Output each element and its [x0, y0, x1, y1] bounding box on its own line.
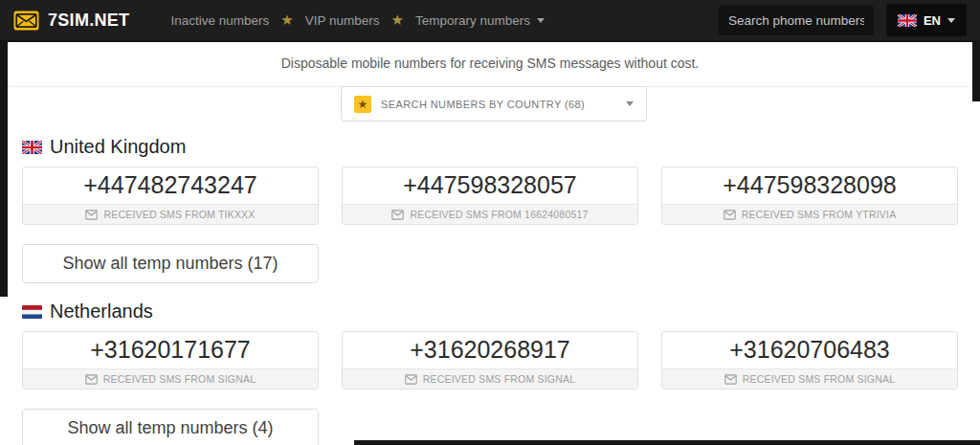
sms-status: RECEIVED SMS FROM SIGNAL: [23, 368, 318, 389]
country-name: Netherlands: [50, 300, 153, 323]
sms-status: RECEIVED SMS FROM YTRIVIA: [662, 204, 957, 224]
nav-link-inactive-numbers[interactable]: Inactive numbers: [170, 13, 269, 28]
star-icon: ★: [390, 11, 403, 29]
phone-number[interactable]: +447598328098: [662, 167, 957, 204]
section-header-united-kingdom: United Kingdom: [22, 136, 958, 158]
section-header-netherlands: Netherlands: [22, 300, 958, 323]
sms-status: RECEIVED SMS FROM TIKXXX: [23, 204, 318, 224]
nl-flag-icon: [22, 305, 42, 319]
country-select-label: SEARCH NUMBERS BY COUNTRY (68): [381, 99, 616, 110]
sms-status-label: RECEIVED SMS FROM YTRIVIA: [742, 209, 897, 220]
envelope-icon: [724, 210, 736, 220]
sms-status: RECEIVED SMS FROM SIGNAL: [662, 368, 957, 389]
phone-number-card[interactable]: +31620706483 RECEIVED SMS FROM SIGNAL: [661, 331, 958, 389]
screen-edge-artifact-right: [972, 42, 980, 101]
section-divider: ★ SEARCH NUMBERS BY COUNTRY (68): [8, 86, 980, 122]
sms-status: RECEIVED SMS FROM 16624080517: [343, 204, 637, 224]
nav-link-temporary-numbers[interactable]: Temporary numbers: [415, 13, 545, 28]
phone-number-card[interactable]: +31620268917 RECEIVED SMS FROM SIGNAL: [342, 331, 638, 389]
star-icon: ★: [280, 11, 293, 29]
country-name: United Kingdom: [50, 136, 186, 158]
intro-text: Disposable mobile numbers for receiving …: [22, 56, 958, 71]
phone-number-card[interactable]: +447598328057 RECEIVED SMS FROM 16624080…: [342, 167, 638, 225]
number-card-grid: +447482743247 RECEIVED SMS FROM TIKXXX +…: [22, 167, 958, 225]
phone-number[interactable]: +31620171677: [23, 332, 318, 368]
phone-number[interactable]: +447598328057: [343, 167, 637, 204]
envelope-icon: [724, 374, 737, 385]
star-badge-icon: ★: [354, 96, 371, 113]
envelope-icon: [405, 374, 417, 385]
number-card-grid: +31620171677 RECEIVED SMS FROM SIGNAL +3…: [22, 331, 958, 389]
chevron-down-icon: [537, 18, 545, 23]
envelope-logo-icon: [13, 11, 39, 31]
search-input[interactable]: [719, 6, 874, 35]
sms-status-label: RECEIVED SMS FROM SIGNAL: [743, 373, 895, 385]
top-navbar: 7SIM.NET Inactive numbers ★ VIP numbers …: [0, 0, 980, 42]
sms-status-label: RECEIVED SMS FROM 16624080517: [410, 209, 588, 220]
screen-edge-artifact-bottom: [354, 440, 980, 445]
phone-number[interactable]: +31620268917: [343, 332, 637, 368]
content-area: Disposable mobile numbers for receiving …: [0, 56, 980, 445]
nav-link-temporary-numbers-label: Temporary numbers: [415, 13, 530, 28]
uk-flag-icon: [898, 14, 917, 27]
brand[interactable]: 7SIM.NET: [13, 11, 129, 31]
language-code: EN: [924, 13, 941, 28]
country-select-dropdown[interactable]: ★ SEARCH NUMBERS BY COUNTRY (68): [341, 86, 647, 122]
uk-flag-icon: [22, 141, 42, 154]
nav-link-vip-numbers[interactable]: VIP numbers: [305, 13, 380, 28]
chevron-down-icon: [626, 101, 634, 106]
sms-status-label: RECEIVED SMS FROM SIGNAL: [423, 373, 575, 385]
phone-number-card[interactable]: +447598328098 RECEIVED SMS FROM YTRIVIA: [661, 167, 958, 225]
envelope-icon: [85, 374, 98, 385]
show-all-temp-numbers-button-nl[interactable]: Show all temp numbers (4): [22, 409, 319, 445]
phone-number[interactable]: +31620706483: [662, 332, 957, 368]
envelope-icon: [85, 210, 98, 220]
sms-status-label: RECEIVED SMS FROM TIKXXX: [103, 209, 255, 220]
language-selector[interactable]: EN: [886, 4, 967, 36]
envelope-icon: [391, 210, 404, 220]
show-all-temp-numbers-button-uk[interactable]: Show all temp numbers (17): [22, 244, 319, 283]
sms-status-label: RECEIVED SMS FROM SIGNAL: [103, 373, 256, 385]
sms-status: RECEIVED SMS FROM SIGNAL: [343, 368, 637, 389]
phone-number[interactable]: +447482743247: [23, 167, 318, 204]
phone-number-card[interactable]: +31620171677 RECEIVED SMS FROM SIGNAL: [22, 331, 319, 389]
screen-edge-artifact-left: [0, 42, 8, 297]
chevron-down-icon: [947, 18, 955, 23]
phone-number-card[interactable]: +447482743247 RECEIVED SMS FROM TIKXXX: [22, 167, 319, 225]
brand-name: 7SIM.NET: [48, 11, 129, 31]
